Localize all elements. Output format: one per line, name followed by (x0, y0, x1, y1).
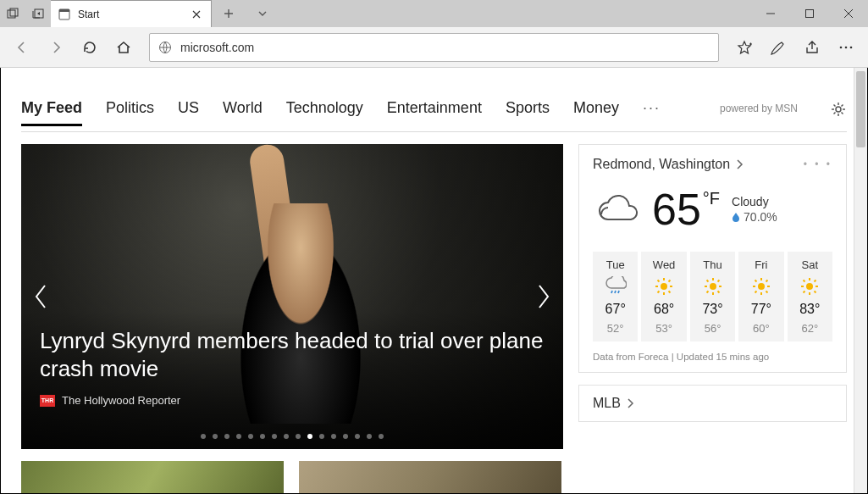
weather-condition: Cloudy (732, 195, 777, 208)
titlebar-left (0, 0, 51, 27)
pager-dot[interactable] (331, 434, 336, 439)
browser-toolbar: microsoft.com (0, 27, 868, 68)
favorites-button[interactable] (729, 32, 760, 63)
forecast-day-label: Tue (606, 258, 625, 271)
svg-point-8 (845, 46, 848, 48)
hero-next-button[interactable] (528, 281, 558, 312)
nav-item-money[interactable]: Money (573, 99, 619, 125)
feed-settings-icon[interactable] (830, 101, 847, 125)
sun-icon (799, 276, 820, 297)
pager-dot[interactable] (355, 434, 360, 439)
pager-dot[interactable] (272, 434, 277, 439)
browser-tab[interactable]: Start (51, 0, 212, 27)
sports-card[interactable]: MLB (578, 385, 847, 422)
powered-by-label: powered by MSN (720, 103, 798, 123)
hero-card[interactable]: Lynryd Skynyrd members headed to trial o… (21, 144, 563, 449)
svg-point-12 (710, 283, 716, 290)
pager-dot[interactable] (201, 434, 206, 439)
new-tab-button[interactable] (212, 0, 246, 27)
maximize-button[interactable] (790, 0, 829, 27)
window-controls (751, 0, 868, 27)
refresh-button[interactable] (75, 32, 105, 63)
nav-item-us[interactable]: US (178, 99, 199, 125)
forecast-day[interactable]: Tue67°52° (593, 252, 638, 341)
forecast-low: 56° (705, 322, 721, 335)
svg-point-14 (806, 283, 813, 290)
share-button[interactable] (797, 32, 827, 63)
sun-icon (654, 276, 674, 297)
site-info-icon[interactable] (158, 41, 172, 54)
forecast-row: Tue67°52°Wed68°53°Thu73°56°Fri77°60°Sat8… (593, 252, 832, 341)
sports-league: MLB (593, 396, 621, 411)
nav-item-my-feed[interactable]: My Feed (21, 99, 82, 126)
svg-point-9 (850, 46, 853, 48)
forecast-day[interactable]: Thu73°56° (690, 252, 735, 341)
hero-pager[interactable] (21, 434, 563, 439)
forecast-high: 77° (751, 302, 771, 317)
nav-item-entertainment[interactable]: Entertainment (387, 99, 482, 125)
tab-actions-icon[interactable] (0, 0, 25, 27)
pager-dot[interactable] (224, 434, 229, 439)
forecast-low: 53° (655, 322, 672, 335)
tab-overflow-icon[interactable] (246, 0, 279, 27)
address-bar[interactable]: microsoft.com (149, 33, 719, 62)
source-badge: THR (40, 395, 55, 407)
sun-icon (703, 276, 723, 297)
nav-item-technology[interactable]: Technology (286, 99, 363, 125)
tile-2[interactable] (299, 461, 561, 494)
address-text: microsoft.com (180, 41, 710, 54)
forward-button[interactable] (41, 32, 71, 63)
vertical-scrollbar[interactable] (854, 68, 867, 493)
pager-dot[interactable] (379, 434, 384, 439)
svg-point-11 (661, 283, 667, 290)
rain-icon (605, 276, 627, 297)
settings-more-button[interactable] (831, 32, 861, 63)
feed-nav: My FeedPoliticsUSWorldTechnologyEntertai… (21, 93, 847, 132)
svg-point-13 (758, 283, 765, 290)
chevron-right-icon (626, 398, 634, 408)
weather-more-icon[interactable]: • • • (804, 158, 832, 170)
forecast-day-label: Thu (703, 258, 721, 271)
forecast-day[interactable]: Wed68°53° (641, 252, 686, 341)
scrollbar-thumb[interactable] (856, 71, 865, 147)
svg-rect-1 (10, 8, 18, 16)
weather-temp: 65 (652, 184, 701, 235)
set-aside-tabs-icon[interactable] (25, 0, 51, 27)
forecast-high: 68° (654, 302, 674, 317)
pager-dot[interactable] (284, 434, 289, 439)
pager-dot[interactable] (319, 434, 324, 439)
tile-1[interactable] (21, 461, 284, 494)
pager-dot[interactable] (213, 434, 218, 439)
svg-rect-5 (806, 10, 814, 18)
tab-close-icon[interactable] (189, 8, 204, 20)
forecast-day[interactable]: Sat83°62° (788, 252, 832, 341)
svg-rect-0 (8, 10, 15, 18)
nav-item-sports[interactable]: Sports (506, 99, 550, 125)
pager-dot[interactable] (307, 434, 312, 439)
pager-dot[interactable] (260, 434, 265, 439)
pager-dot[interactable] (296, 434, 301, 439)
pager-dot[interactable] (343, 434, 348, 439)
weather-meta: Data from Foreca | Updated 15 mins ago (593, 352, 832, 362)
weather-unit: °F (703, 189, 720, 208)
notes-button[interactable] (763, 32, 793, 63)
nav-more-icon[interactable]: ··· (643, 99, 661, 125)
forecast-high: 83° (799, 302, 820, 317)
window-titlebar: Start (0, 0, 868, 27)
close-window-button[interactable] (829, 0, 868, 27)
home-button[interactable] (108, 32, 139, 63)
hero-headline: Lynryd Skynyrd members headed to trial o… (40, 327, 545, 382)
pager-dot[interactable] (236, 434, 241, 439)
pager-dot[interactable] (367, 434, 372, 439)
forecast-day-label: Fri (755, 258, 767, 271)
back-button[interactable] (7, 32, 37, 63)
pager-dot[interactable] (248, 434, 253, 439)
forecast-day[interactable]: Fri77°60° (738, 252, 783, 341)
weather-card[interactable]: Redmond, Washington • • • 65°F Cloudy 70… (578, 144, 847, 373)
nav-item-world[interactable]: World (223, 99, 263, 125)
nav-item-politics[interactable]: Politics (106, 99, 154, 125)
minimize-button[interactable] (751, 0, 790, 27)
hero-prev-button[interactable] (26, 281, 57, 312)
forecast-low: 62° (801, 322, 818, 335)
side-column: Redmond, Washington • • • 65°F Cloudy 70… (578, 144, 847, 449)
